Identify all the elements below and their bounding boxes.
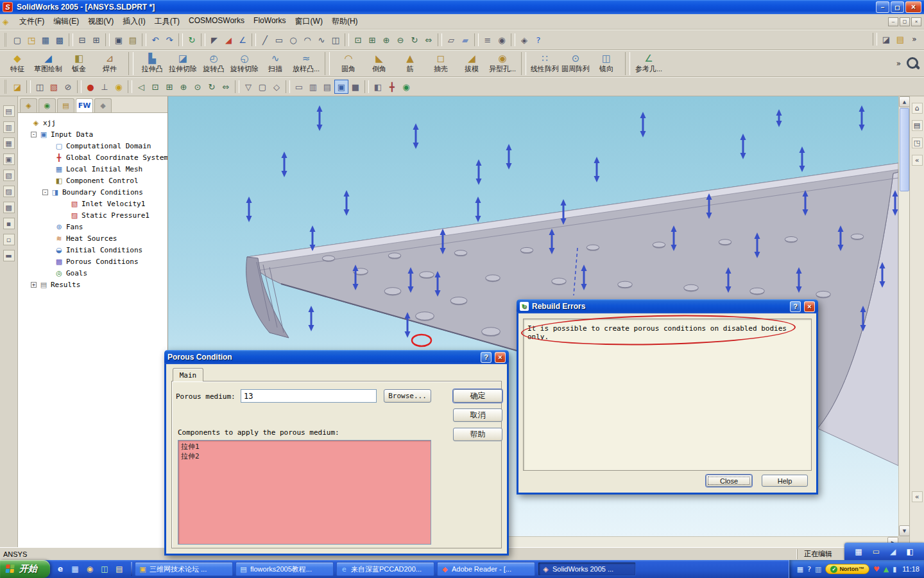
restore-button[interactable]: ◻: [891, 1, 904, 13]
features-tab[interactable]: ◆ 特征: [2, 51, 33, 76]
dialog-close-icon[interactable]: ×: [495, 352, 506, 363]
zoom-area-icon[interactable]: ⊞: [365, 33, 379, 47]
menu-view[interactable]: 视图(V): [83, 14, 118, 29]
ok-button[interactable]: 确定: [453, 389, 502, 403]
menu-window[interactable]: 窗口(W): [291, 14, 327, 29]
perpendicular-icon[interactable]: ⊥: [98, 80, 112, 94]
rectangle-tool-icon[interactable]: ▭: [272, 33, 286, 47]
lighting-icon[interactable]: ◉: [112, 80, 126, 94]
menu-tools[interactable]: 工具(T): [150, 14, 184, 29]
dialog-help-icon[interactable]: ?: [790, 301, 801, 312]
palette-sketch-icon[interactable]: ▥: [3, 121, 15, 133]
front-view-icon[interactable]: ▢: [255, 80, 270, 94]
tab-propertymanager[interactable]: ◉: [38, 98, 56, 112]
draft-button[interactable]: ◢ 拔模: [456, 51, 487, 76]
toolbar-overflow-chevron[interactable]: »: [894, 59, 903, 68]
zoom-fit-icon[interactable]: ⊡: [148, 80, 162, 94]
redo-icon[interactable]: ↷: [162, 33, 176, 47]
select-other-icon[interactable]: ◪: [879, 32, 893, 46]
paste-special-icon[interactable]: ▤: [893, 32, 907, 46]
reference-geometry-button[interactable]: ∠ 参考几...: [633, 51, 664, 76]
tray-taskmanager-icon[interactable]: ▥: [815, 565, 821, 574]
ime-pen-icon[interactable]: ◢: [890, 547, 896, 556]
linear-pattern-button[interactable]: ∷ 线性阵列: [529, 51, 560, 76]
shell-button[interactable]: ◻ 抽壳: [425, 51, 456, 76]
zoom-area-icon[interactable]: ⊞: [162, 80, 176, 94]
circular-pattern-button[interactable]: ⊙ 圆周阵列: [560, 51, 591, 76]
save-all-icon[interactable]: ▩: [53, 33, 67, 47]
components-listbox[interactable]: 拉伸1拉伸2: [178, 440, 431, 545]
mdi-close-button[interactable]: ×: [911, 17, 921, 26]
tree-item-fans[interactable]: ⊛ Fans: [18, 221, 167, 232]
porous-medium-input[interactable]: [241, 389, 377, 403]
menu-floworks[interactable]: FloWorks: [249, 14, 290, 29]
tree-item-static-pressure1[interactable]: ▨ Static Pressure1: [18, 209, 167, 221]
menu-help[interactable]: 帮助(H): [327, 14, 363, 29]
print-preview-icon[interactable]: ⊞: [89, 33, 103, 47]
revolved-cut-button[interactable]: ◵ 旋转切除: [229, 51, 260, 76]
tree-item-local-initial-mesh[interactable]: ▦ Local Initial Mesh: [18, 163, 167, 175]
tray-help-icon[interactable]: ?: [807, 565, 811, 574]
zoom-out-icon[interactable]: ⊖: [393, 33, 407, 47]
quick-launch-media-player-icon[interactable]: ◉: [85, 564, 95, 574]
weldments-tab[interactable]: ⊿ 焊件: [94, 51, 125, 76]
hole-wizard-button[interactable]: ◉ 异型孔...: [487, 51, 518, 76]
tray-antivirus-icon[interactable]: ♥: [873, 565, 880, 574]
expand-toggle[interactable]: -: [42, 189, 48, 195]
edit-component-icon[interactable]: ▧: [47, 80, 61, 94]
file-explorer-icon[interactable]: ◳: [912, 137, 923, 148]
scroll-up-icon[interactable]: ▲: [899, 96, 910, 107]
collapse-pane-bottom-icon[interactable]: «: [912, 491, 923, 502]
arc-tool-icon[interactable]: ◠: [300, 33, 314, 47]
rotate-view-icon[interactable]: ↻: [407, 33, 422, 47]
options-icon[interactable]: ◈: [517, 33, 531, 47]
pan-icon[interactable]: ⇔: [422, 33, 436, 47]
tab-floworks[interactable]: FW: [76, 98, 93, 112]
select-icon[interactable]: ◤: [207, 33, 221, 47]
palette-feature-icon[interactable]: ▤: [3, 105, 15, 117]
tab-configurationmanager[interactable]: ▤: [57, 98, 74, 112]
standard-views-icon[interactable]: ▽: [241, 80, 255, 94]
expand-toggle[interactable]: -: [31, 132, 37, 137]
palette-annotation-icon[interactable]: ▦: [3, 137, 15, 149]
home-icon[interactable]: ⌂: [912, 103, 923, 114]
expand-toggle[interactable]: +: [31, 282, 37, 288]
chamfer-button[interactable]: ◣ 倒角: [364, 51, 395, 76]
shaded-icon[interactable]: ■: [348, 80, 363, 94]
task-floworks-tutorial[interactable]: ▤ floworks2005教程...: [235, 562, 334, 576]
palette-task-icon[interactable]: ▫: [3, 234, 15, 245]
pan-icon[interactable]: ⇔: [219, 80, 233, 94]
sweep-button[interactable]: ∿ 扫描: [260, 51, 291, 76]
design-library-icon[interactable]: ▤: [912, 120, 923, 131]
quick-launch-msn-icon[interactable]: ◫: [99, 564, 110, 574]
palette-forming-icon[interactable]: ▪: [3, 218, 15, 229]
toolbar-overflow-chevron[interactable]: »: [907, 32, 921, 46]
help-icon[interactable]: ?: [531, 33, 545, 47]
tab-featuremanager[interactable]: ◈: [20, 98, 37, 112]
print-icon[interactable]: ⊟: [75, 33, 89, 47]
zoom-tool-icon[interactable]: [903, 55, 921, 72]
spline-tool-icon[interactable]: ∿: [314, 33, 329, 47]
mdi-minimize-button[interactable]: –: [888, 17, 898, 26]
close-button[interactable]: ×: [905, 1, 921, 13]
hidden-lines-visible-icon[interactable]: ▥: [306, 80, 320, 94]
hide-component-icon[interactable]: ◫: [33, 80, 47, 94]
circle-tool-icon[interactable]: ○: [286, 33, 300, 47]
rib-button[interactable]: ▲ 筋: [395, 51, 425, 76]
palette-assembly-icon[interactable]: ▧: [3, 170, 15, 181]
component-list-item[interactable]: 拉伸1: [181, 442, 428, 451]
extruded-boss-button[interactable]: ▙ 拉伸凸: [137, 51, 167, 76]
tree-item-xjj[interactable]: ◈ xjj: [18, 117, 167, 128]
close-button[interactable]: Close: [706, 475, 752, 487]
component-list-item[interactable]: 拉伸2: [181, 451, 428, 461]
palette-part-icon[interactable]: ▣: [3, 153, 15, 165]
task-adobe-reader[interactable]: ◆ Adobe Reader - [...: [437, 562, 535, 576]
quick-launch-folder-icon[interactable]: ▤: [114, 564, 124, 574]
quick-launch-ie-icon[interactable]: e: [55, 564, 65, 574]
tree-item-goals[interactable]: ◎ Goals: [18, 267, 167, 279]
menu-file[interactable]: 文件(F): [15, 14, 49, 29]
collapse-pane-icon[interactable]: «: [912, 155, 923, 166]
mirror-tool-icon[interactable]: ◫: [329, 33, 343, 47]
mdi-restore-button[interactable]: ◻: [900, 17, 910, 26]
tree-item-porous-conditions[interactable]: ▩ Porous Conditions: [18, 256, 167, 267]
